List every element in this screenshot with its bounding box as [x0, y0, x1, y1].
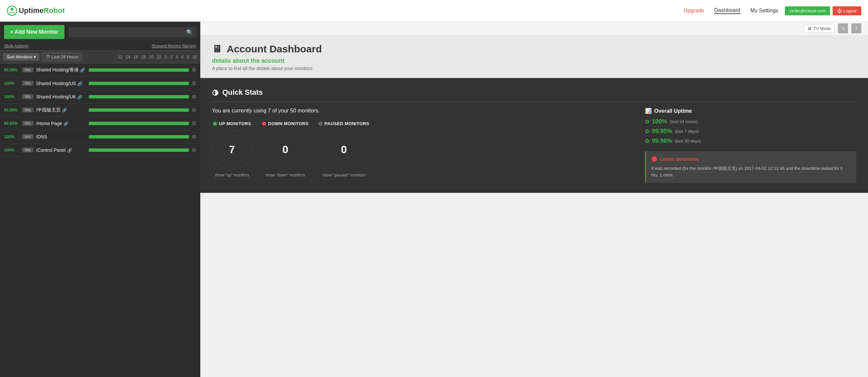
down-monitors-count: 0 [271, 135, 300, 164]
down-monitors-ring: 0 [266, 130, 306, 170]
header-user: ze3kr@icloud.com⏻ Logout [785, 6, 861, 15]
up-monitors-count: 7 [218, 135, 246, 164]
sort-monitors-button[interactable]: Sort Monitors ▾ [3, 53, 39, 61]
uptime-30d-period: (last 30 days) [675, 138, 701, 143]
search-input[interactable] [72, 29, 186, 35]
stats-right: 📊 Overall Uptime ✿ 100% (last 24 hours) … [645, 108, 856, 183]
time-label: ⏱ Last 24 Hours [46, 55, 79, 59]
monitor-name: /DNS [36, 134, 86, 139]
monitor-list-item[interactable]: 100% http Shared Hosting/US 🔗 ⚙ [0, 77, 200, 90]
monitor-list-item[interactable]: 99.88% http /中国版主页 🔗 ⚙ [0, 103, 200, 117]
uptime-24h-icon: ✿ [645, 118, 649, 125]
monitor-bar [89, 148, 189, 152]
gear-icon[interactable]: ⚙ [192, 94, 196, 100]
monitor-usage-text: You are currently using 7 of your 50 mon… [212, 108, 635, 114]
upgrade-link[interactable]: Upgrade [684, 8, 704, 14]
gear-icon[interactable]: ⚙ [192, 107, 196, 113]
sort-bar: Sort Monitors ▾ ⏱ Last 24 Hours 12 14 16… [0, 50, 200, 63]
dashboard-title: 🖥 Account Dashboard [212, 43, 856, 55]
uptime-bar [89, 82, 189, 85]
gear-icon[interactable]: ⚙ [192, 67, 196, 73]
latest-downtime-text: It was recorded (for the monitor /中国版主页)… [651, 165, 851, 178]
search-icon: 🔍 [186, 29, 193, 35]
tv-mode-button[interactable]: 🖥 TV Mode [804, 24, 835, 33]
paused-monitors-item[interactable]: PAUSED MONITORS 0 show "paused" monitors [318, 121, 369, 177]
overall-uptime-title: 📊 Overall Uptime [645, 108, 856, 114]
monitor-list-item[interactable]: 100% http Shared Hosting/UK 🔗 ⚙ [0, 90, 200, 103]
paused-monitors-subtext: show "paused" monitors [322, 173, 366, 177]
uptime-bar [89, 148, 189, 152]
monitor-list-item[interactable]: 100% http /Control Panel 🔗 ⚙ [0, 143, 200, 157]
gear-icon[interactable]: ⚙ [192, 80, 196, 87]
tv-mode-label: TV Mode [813, 26, 831, 31]
uptime-bar [89, 122, 189, 125]
monitor-list-item[interactable]: 100% port /DNS ⚙ [0, 130, 200, 143]
logout-button[interactable]: ⏻ Logout [833, 6, 861, 15]
monitor-type-badge: http [22, 94, 33, 99]
latest-downtime-box: ⬤ Latest downtime It was recorded (for t… [645, 151, 856, 183]
paused-monitors-count: 0 [330, 135, 358, 164]
time-markers: 12 14 16 18 20 22 0 2 4 6 8 10 [118, 55, 197, 59]
main-content: 🖥 TV Mode 𝕏 f 🖥 Account Dashboard detail… [200, 22, 868, 377]
facebook-icon[interactable]: f [851, 23, 861, 33]
monitor-uptime: 99.83% [4, 121, 19, 126]
monitor-list-item[interactable]: 99.98% http Shared Hosting/香港 🔗 ⚙ [0, 63, 200, 77]
my-settings-link[interactable]: My Settings [750, 8, 778, 14]
up-monitors-item[interactable]: UP MONITORS 7 show "up" monitors [212, 121, 252, 177]
quick-stats-header: ◑ Quick Stats [212, 88, 856, 102]
monitor-uptime: 100% [4, 81, 19, 86]
uptime-7d-value: 99.95% [652, 128, 672, 135]
dashboard-subtitle: details about the account [212, 57, 856, 64]
expand-names-link[interactable]: (Expand Monitor Names) [152, 44, 196, 48]
sort-dropdown-icon: ▾ [34, 55, 36, 59]
time-range-button[interactable]: ⏱ Last 24 Hours [42, 53, 82, 61]
paused-monitors-label-text: PAUSED MONITORS [324, 121, 369, 126]
down-monitors-label: DOWN MONITORS [262, 121, 308, 126]
pie-chart-icon: ◑ [212, 88, 218, 97]
sort-label: Sort Monitors [7, 55, 32, 59]
latest-downtime-title: ⬤ Latest downtime [651, 156, 851, 162]
monitor-type-badge: http [22, 81, 33, 86]
tv-bar: 🖥 TV Mode 𝕏 f [200, 22, 868, 35]
uptime-24h-period: (last 24 hours) [670, 119, 698, 124]
up-monitors-ring: 7 [212, 130, 252, 170]
monitor-bar [89, 82, 189, 85]
monitor-type-badge: http [22, 121, 33, 126]
monitor-circles: UP MONITORS 7 show "up" monitors DOWN [212, 121, 635, 177]
monitor-uptime: 100% [4, 94, 19, 99]
sidebar-links: (Bulk Actions) (Expand Monitor Names) [0, 42, 200, 50]
down-monitors-subtext: show "down" monitors [266, 173, 305, 177]
monitor-list-item[interactable]: 99.83% http /Home Page 🔗 ⚙ [0, 117, 200, 130]
uptime-bar [89, 135, 189, 138]
monitor-name: /Control Panel 🔗 [36, 147, 86, 153]
down-monitors-label-text: DOWN MONITORS [268, 121, 308, 126]
monitor-name: /中国版主页 🔗 [36, 107, 86, 113]
up-monitors-label-text: UP MONITORS [219, 121, 251, 126]
user-email-badge: ze3kr@icloud.com [785, 6, 830, 15]
uptime-7d-icon: ✿ [645, 128, 649, 134]
monitor-type-badge: port [22, 134, 33, 139]
logo[interactable]: UptimeRobot [7, 5, 65, 16]
twitter-icon[interactable]: 𝕏 [838, 23, 848, 33]
dashboard-header: 🖥 Account Dashboard details about the ac… [200, 35, 868, 78]
dashboard-link[interactable]: Dashboard [714, 7, 740, 14]
gear-icon[interactable]: ⚙ [192, 120, 196, 127]
uptime-30d-icon: ✿ [645, 138, 649, 144]
gear-icon[interactable]: ⚙ [192, 147, 196, 153]
monitor-type-badge: http [22, 107, 33, 112]
gear-icon[interactable]: ⚙ [192, 133, 196, 140]
stats-body: You are currently using 7 of your 50 mon… [212, 108, 856, 183]
monitor-type-badge: http [22, 147, 33, 152]
monitor-bar [89, 135, 189, 138]
uptime-7d-period: (last 7 days) [675, 129, 699, 134]
bulk-actions-link[interactable]: (Bulk Actions) [4, 44, 28, 48]
monitor-bar [89, 108, 189, 112]
down-monitors-item[interactable]: DOWN MONITORS 0 show "down" monitors [262, 121, 308, 177]
add-monitor-button[interactable]: + Add New Monitor [4, 25, 64, 39]
logo-icon [7, 5, 18, 16]
header: UptimeRobot Upgrade Dashboard My Setting… [0, 0, 868, 22]
up-monitors-label: UP MONITORS [213, 121, 251, 126]
main-layout: + Add New Monitor 🔍 (Bulk Actions) (Expa… [0, 22, 868, 377]
up-monitors-subtext: show "up" monitors [215, 173, 249, 177]
monitor-bar [89, 122, 189, 125]
